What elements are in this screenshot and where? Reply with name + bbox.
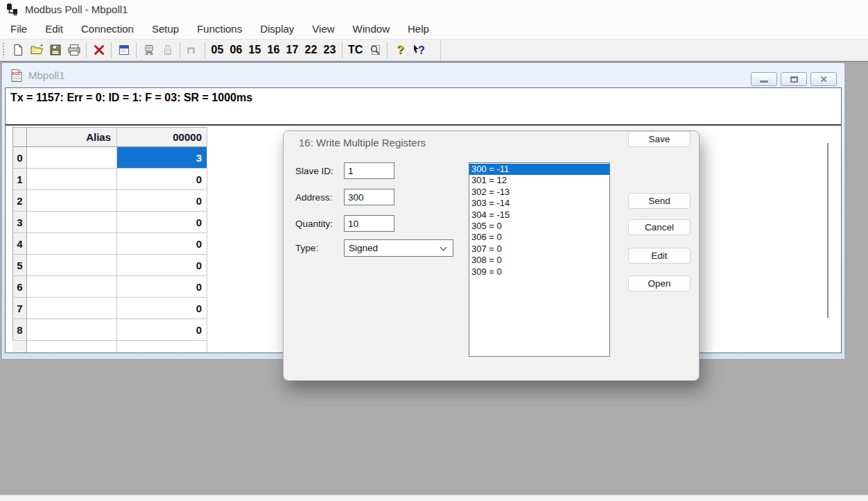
alias-cell[interactable] [27,233,117,255]
value-cell[interactable]: 0 [117,255,207,276]
menu-item[interactable]: Setup [143,19,188,38]
value-cell[interactable]: 0 [117,276,207,298]
context-help-button[interactable]: ? [409,41,428,59]
field-input[interactable] [344,215,394,232]
list-item[interactable]: 309 = 0 [469,266,609,278]
function-code-button[interactable]: 15 [245,41,264,59]
list-item[interactable]: 301 = 12 [469,175,609,186]
type-selected-value: Signed [349,243,378,253]
row-header-cell[interactable]: 6 [12,276,27,298]
function-pulse-button[interactable] [183,41,202,59]
dialog-button[interactable]: Send [628,193,691,209]
help-button[interactable]: ? ? [390,41,409,59]
alias-cell[interactable] [27,212,117,233]
row-header-cell[interactable]: 4 [12,233,27,255]
row-header-cell[interactable]: 2 [12,190,27,212]
maximize-icon [790,76,798,83]
list-item[interactable]: 308 = 0 [469,255,609,266]
row-header-cell[interactable]: 0 [12,147,27,169]
row-header-cell[interactable]: 7 [12,298,27,319]
toolbar-separator [136,42,137,58]
list-item[interactable]: 302 = -13 [469,187,609,198]
value-cell[interactable]: 0 [117,190,207,212]
menu-item[interactable]: Functions [188,19,251,38]
alias-cell[interactable] [27,319,117,341]
open-file-icon [30,44,44,56]
minimize-button[interactable] [751,72,777,86]
dialog-button[interactable]: Open [628,275,691,291]
menu-item[interactable]: Window [344,19,399,38]
value-cell[interactable]: 0 [117,169,207,190]
row-header-cell[interactable]: 3 [12,212,27,233]
function-pulse-icon [186,44,199,56]
communication-traffic-button[interactable] [158,41,177,59]
value-cell[interactable]: 3 [117,147,207,169]
value-cell[interactable]: 0 [117,319,207,341]
list-item[interactable]: 306 = 0 [469,232,609,243]
dialog-button[interactable]: Save [628,131,691,147]
menu-item[interactable]: Connection [72,19,143,38]
value-cell[interactable]: 0 [117,298,207,319]
alias-cell[interactable] [27,276,117,298]
type-field-row: Type: Signed [295,239,453,257]
toolbar-separator [387,42,388,58]
open-file-button[interactable] [27,41,46,59]
list-item[interactable]: 304 = -15 [469,210,609,221]
menu-item[interactable]: Help [399,19,438,38]
value-cell[interactable]: 0 [117,212,207,233]
list-item[interactable]: 300 = -11 [469,164,609,175]
write-multiple-registers-dialog: 16: Write Multiple Registers Slave ID: A… [283,130,700,381]
maximize-button[interactable] [781,72,807,86]
dialog-button[interactable]: Cancel [628,219,691,235]
toolbar: 05061516172223 TC ? ? ? [0,39,868,61]
menu-item[interactable]: View [303,19,343,38]
status-separator [6,124,841,126]
function-code-button[interactable]: 16 [264,41,283,59]
function-code-button[interactable]: 22 [302,41,320,59]
communication-log-button[interactable] [365,41,384,59]
test-center-button[interactable]: TC [345,41,365,59]
function-code-button[interactable]: 06 [227,41,245,59]
vertical-scrollbar[interactable] [827,143,828,318]
value-column-header[interactable]: 00000 [117,127,207,147]
row-header-cell[interactable]: 8 [12,319,27,341]
list-item[interactable]: 305 = 0 [469,221,609,232]
alias-column-header[interactable]: Alias [27,127,117,147]
save-button[interactable] [46,41,64,59]
alias-cell[interactable] [27,298,117,319]
field-input[interactable] [344,162,394,179]
alias-cell[interactable] [27,255,117,276]
field-label: Address: [295,192,344,203]
alias-cell[interactable] [27,147,117,169]
field-input[interactable] [344,189,394,205]
list-item[interactable]: 307 = 0 [469,244,609,255]
close-window-button[interactable]: ✕ [810,72,837,86]
list-item[interactable]: 303 = -14 [469,198,609,209]
row-header-cell[interactable]: 1 [12,169,27,190]
type-label: Type: [295,243,344,253]
alias-cell[interactable] [27,190,117,212]
function-code-button[interactable]: 05 [208,41,227,59]
disconnect-icon [93,44,105,56]
function-code-button[interactable]: 17 [283,41,302,59]
menu-item[interactable]: Edit [36,19,72,38]
print-button[interactable] [64,41,83,59]
menu-item[interactable]: Display [251,19,303,38]
type-select[interactable]: Signed [344,239,453,257]
read-write-definition-button[interactable] [139,41,158,59]
table-row: 3 0 [12,212,207,233]
new-file-button[interactable] [8,41,27,59]
mbpoll-window-titlebar[interactable]: DOC Mbpoll1 [2,63,844,87]
alias-cell[interactable] [27,169,117,190]
toolbar-grip[interactable] [2,42,6,58]
function-code-button[interactable]: 23 [320,41,339,59]
alias-cell [27,341,117,353]
dialog-button[interactable]: Edit [628,248,691,264]
table-row: 6 0 [12,276,207,298]
disconnect-button[interactable] [89,41,108,59]
menu-item[interactable]: File [1,19,36,38]
row-header-cell[interactable]: 5 [12,255,27,276]
display-setup-button[interactable] [114,41,133,59]
value-cell[interactable]: 0 [117,233,207,255]
register-value-list[interactable]: 300 = -11301 = 12302 = -13303 = -14304 =… [469,162,610,357]
